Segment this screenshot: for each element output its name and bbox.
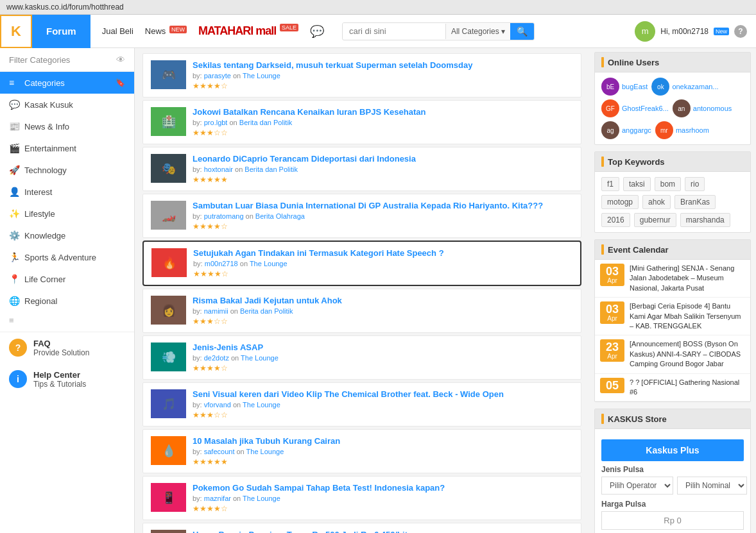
thread-body: Jenis-Jenis ASAP by: de2dotz on The Loun… — [193, 343, 573, 373]
sidebar-item-entertainment[interactable]: 🎬 Entertainment — [0, 137, 134, 159]
thread-title[interactable]: Jenis-Jenis ASAP — [193, 343, 573, 352]
kaskus-plus-button[interactable]: Kaskus Plus — [601, 439, 744, 461]
thread-forum[interactable]: Berita Olahraga — [255, 212, 305, 220]
sidebar-item-technology[interactable]: 🚀 Technology — [0, 159, 134, 181]
sidebar-item-regional[interactable]: 🌐 Regional — [0, 290, 134, 312]
thread-author[interactable]: m00n2718 — [205, 260, 238, 267]
search-area: All Categories ▾ 🔍 — [342, 22, 535, 40]
sidebar-item-news-info[interactable]: 📰 News & Info — [0, 115, 134, 137]
thread-title[interactable]: Pokemon Go Sudah Sampai Tahap Beta Test!… — [193, 483, 573, 493]
thread-author[interactable]: safecount — [204, 448, 235, 455]
thread-title[interactable]: Harga Bensin Premium Turun Rp 500 Jadi R… — [193, 530, 573, 533]
event-title[interactable]: ? ? [OFFICIAL] Gathering Nasional #6 — [630, 378, 745, 398]
bookmark-icon[interactable]: 🔖 — [116, 78, 125, 87]
menu-icon-tech: 🚀 — [9, 165, 19, 175]
sidebar-item-life-corner[interactable]: 📍 Life Corner — [0, 268, 134, 290]
event-title[interactable]: [Announcement] BOSS (Byson On Kaskus) AN… — [630, 339, 745, 369]
thread-author[interactable]: maznifar — [204, 495, 231, 502]
forum-button[interactable]: Forum — [32, 15, 90, 48]
keyword-tag[interactable]: taksi — [623, 177, 651, 191]
new-badge: NEW — [169, 26, 187, 33]
user-name: GhostFreak6... — [622, 105, 669, 112]
event-title[interactable]: [Mini Gathering] SENJA - Senang Jalan Ja… — [630, 264, 745, 293]
keyword-tag[interactable]: gubernur — [634, 213, 676, 227]
online-user-item[interactable]: GF GhostFreak6... — [601, 99, 669, 117]
search-input[interactable] — [343, 23, 445, 39]
keyword-tag[interactable]: motogp — [601, 195, 639, 209]
thread-meta: by: m00n2718 on The Lounge — [193, 260, 572, 267]
thread-forum[interactable]: The Lounge — [250, 260, 288, 267]
nominal-select[interactable]: Pilih Nominal — [677, 477, 747, 495]
sidebar-help-center[interactable]: i Help Center Tips & Tutorials — [0, 364, 134, 395]
online-user-item[interactable]: mr masrhoom — [655, 121, 709, 139]
nav-news[interactable]: News NEW — [145, 26, 187, 36]
sidebar-item-lifestyle[interactable]: ✨ Lifestyle — [0, 203, 134, 224]
thread-title[interactable]: Risma Bakal Jadi Kejutan untuk Ahok — [193, 296, 573, 305]
sidebar-item-sports[interactable]: 🏃 Sports & Adventure — [0, 246, 134, 268]
keyword-tag[interactable]: 2016 — [601, 213, 630, 227]
thread-forum[interactable]: The Lounge — [243, 495, 280, 502]
thread-title[interactable]: Leonardo DiCaprio Terancam Dideportasi d… — [193, 154, 573, 164]
thread-title[interactable]: Sambutan Luar Biasa Dunia International … — [193, 201, 573, 210]
chat-icon[interactable]: 💬 — [310, 24, 324, 38]
thread-body: Sekilas tentang Darkseid, musuh terkuat … — [193, 60, 573, 90]
thread-author[interactable]: vforvand — [204, 401, 231, 409]
thread-forum[interactable]: Berita dan Politik — [245, 165, 298, 173]
thread-author[interactable]: hoxtonair — [204, 165, 233, 173]
thread-author[interactable]: de2dotz — [204, 354, 229, 362]
sidebar-bottom: ? FAQ Provide Solution i Help Center Tip… — [0, 332, 134, 395]
sidebar-item-interest[interactable]: 👤 Interest — [0, 181, 134, 203]
thread-forum[interactable]: The Lounge — [246, 448, 284, 455]
thread-stars: ★★★★★ — [193, 175, 573, 184]
sidebar-item-kasak-kusuk[interactable]: 💬 Kasak Kusuk — [0, 94, 134, 115]
sidebar-faq[interactable]: ? FAQ Provide Solution — [0, 332, 134, 364]
keyword-tag[interactable]: bom — [655, 177, 681, 191]
keyword-tag[interactable]: rio — [685, 177, 705, 191]
thread-forum[interactable]: The Lounge — [243, 401, 280, 409]
search-button[interactable]: 🔍 — [510, 23, 534, 40]
thread-forum[interactable]: The Lounge — [241, 354, 279, 362]
keyword-tag[interactable]: marshanda — [680, 213, 730, 227]
sidebar-item-categories[interactable]: ≡ Categories 🔖 — [0, 72, 134, 94]
username-label: Hi, m00n2718 — [660, 27, 709, 36]
thread-author[interactable]: putratomang — [204, 212, 244, 220]
thread-thumbnail: 💧 — [151, 436, 186, 465]
thread-body: Risma Bakal Jadi Kejutan untuk Ahok by: … — [193, 296, 573, 326]
keyword-tag[interactable]: ahok — [642, 195, 671, 209]
operator-select[interactable]: Pilih Operator — [601, 477, 673, 495]
online-user-item[interactable]: ag anggargc — [601, 121, 651, 139]
logo[interactable]: K — [0, 15, 32, 48]
keyword-tag[interactable]: f1 — [601, 177, 619, 191]
search-category-dropdown[interactable]: All Categories ▾ — [445, 24, 510, 39]
keyword-tag[interactable]: BranKas — [674, 195, 716, 209]
sidebar-item-knowledge[interactable]: ⚙️ Knowledge — [0, 224, 134, 246]
event-calendar-widget: Event Calendar 03 Apr [Mini Gathering] S… — [594, 239, 751, 402]
thread-title[interactable]: Sekilas tentang Darkseid, musuh terkuat … — [193, 60, 573, 70]
help-icon[interactable]: ? — [734, 25, 747, 38]
nav-mall[interactable]: MATAHARI mall SALE — [198, 24, 298, 38]
thread-title[interactable]: Setujukah Agan Tindakan ini Termasuk Kat… — [193, 248, 572, 258]
filter-eye-icon[interactable]: 👁 — [116, 55, 125, 65]
thread-forum[interactable]: The Lounge — [243, 72, 280, 80]
thread-author[interactable]: pro.lgbt — [204, 119, 228, 126]
thread-forum[interactable]: Berita dan Politik — [239, 119, 293, 126]
help-center-icon: i — [9, 370, 27, 388]
thread-author[interactable]: parasyte — [204, 72, 231, 80]
user-avatar: ok — [651, 78, 669, 96]
top-keywords-widget: Top Keywords f1taksibomriomotogpahokBran… — [594, 151, 751, 233]
online-user-item[interactable]: bE bugEast — [601, 78, 648, 96]
thread-author[interactable]: namimii — [204, 307, 228, 315]
thread-title[interactable]: Jokowi Batalkan Rencana Kenaikan Iuran B… — [193, 107, 573, 117]
thread-stars: ★★★★★ — [193, 457, 573, 466]
thread-forum[interactable]: Berita dan Politik — [240, 307, 293, 315]
event-title[interactable]: [Berbagi Ceria Episode 4] Bantu Kami Aga… — [630, 301, 745, 331]
online-users-widget: Online Users bE bugEast ok onekazaman...… — [594, 52, 751, 145]
thread-title[interactable]: Seni Visual keren dari Video Klip The Ch… — [193, 389, 573, 399]
nav-jualbeli[interactable]: Jual Beli — [102, 26, 133, 36]
avatar[interactable]: m — [635, 21, 655, 42]
event-date: 23 Apr — [600, 339, 624, 362]
thread-item: 👩 Risma Bakal Jadi Kejutan untuk Ahok by… — [142, 289, 581, 333]
online-user-item[interactable]: an antonomous — [673, 99, 732, 117]
online-user-item[interactable]: ok onekazaman... — [651, 78, 718, 96]
thread-title[interactable]: 10 Masalah jika Tubuh Kurang Cairan — [193, 436, 573, 446]
